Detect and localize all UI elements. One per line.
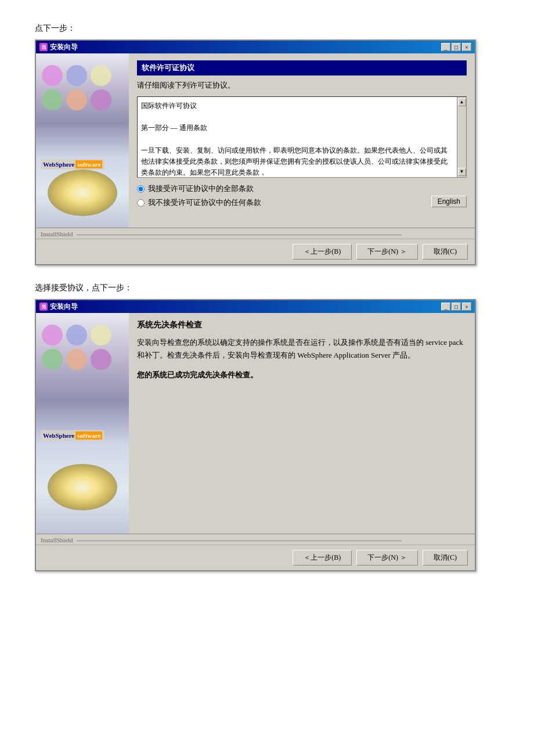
scroll-down-arrow[interactable]: ▼ bbox=[458, 168, 466, 176]
license-scroll-area[interactable]: 国际软件许可协议 第一部分 — 通用条款 一旦下载、安装、复制、访问或使用软件，… bbox=[137, 96, 467, 178]
title-bar-left-1: 当 安装向导 bbox=[39, 42, 78, 52]
instruction-text-1: 点下一步： bbox=[35, 23, 499, 34]
right-panel-1: 软件许可证协议 请仔细阅读下列许可证协议。 国际软件许可协议 第一部分 — 通用… bbox=[129, 53, 475, 228]
window-body-1: WebSphere software 软件许可证协议 请仔细阅读下列许可证协议。… bbox=[36, 53, 475, 228]
cancel-button-1[interactable]: 取消(C) bbox=[423, 244, 468, 260]
circle-blue bbox=[66, 65, 87, 86]
scrollbar-1[interactable]: ▲ ▼ bbox=[457, 97, 466, 177]
installshield-label-2: InstallShield bbox=[41, 537, 73, 543]
starburst-graphic-1 bbox=[48, 170, 117, 216]
websphere-label: WebSphere bbox=[43, 161, 74, 168]
window-title-2: 安装向导 bbox=[50, 302, 78, 312]
radio-accept-label: 我接受许可证协议中的全部条款 bbox=[148, 183, 254, 194]
instruction-text-2: 选择接受协议，点下一步： bbox=[35, 283, 499, 293]
scroll-up-arrow[interactable]: ▲ bbox=[458, 98, 466, 106]
license-window: 当 安装向导 _ □ × WebSphere software bbox=[35, 39, 476, 265]
installshield-label-1: InstallShield bbox=[41, 231, 73, 237]
websphere-badge-2: WebSphere software bbox=[41, 430, 104, 441]
websphere-label-2: WebSphere bbox=[43, 432, 74, 439]
license-heading2: 第一部分 — 通用条款 bbox=[141, 123, 452, 134]
software-label: software bbox=[75, 160, 102, 168]
radio-decline-label: 我不接受许可证协议中的任何条款 bbox=[148, 197, 261, 208]
window-title-1: 安装向导 bbox=[50, 42, 78, 52]
license-subtitle: 请仔细阅读下列许可证协议。 bbox=[137, 80, 467, 91]
minimize-button-1[interactable]: _ bbox=[441, 43, 450, 51]
circle-purple-2 bbox=[91, 349, 111, 370]
software-label-2: software bbox=[75, 431, 102, 440]
radio-accept[interactable] bbox=[137, 185, 145, 193]
circles-container-2 bbox=[42, 325, 123, 370]
title-bar-1: 当 安装向导 _ □ × bbox=[36, 41, 475, 53]
circle-yellow-2 bbox=[91, 325, 111, 345]
window-footer-1: InstallShield bbox=[36, 228, 475, 239]
english-button[interactable]: English bbox=[431, 196, 467, 207]
radio-group: 我接受许可证协议中的全部条款 我不接受许可证协议中的任何条款 English bbox=[137, 183, 467, 208]
section-title-1: 软件许可证协议 bbox=[137, 60, 467, 75]
installshield-line-1 bbox=[77, 235, 402, 235]
title-bar-2: 当 安装向导 _ □ × bbox=[36, 300, 475, 313]
license-heading1: 国际软件许可协议 bbox=[141, 100, 452, 111]
circle-green-2 bbox=[42, 349, 63, 370]
circle-pink bbox=[42, 65, 63, 86]
circle-green bbox=[42, 89, 63, 110]
circle-purple bbox=[91, 89, 111, 110]
window-icon-1: 当 bbox=[39, 43, 48, 51]
left-panel-1: WebSphere software bbox=[36, 53, 129, 228]
starburst-graphic-2 bbox=[48, 464, 117, 510]
close-button-1[interactable]: × bbox=[462, 43, 471, 51]
circle-orange bbox=[66, 89, 87, 110]
maximize-button-2[interactable]: □ bbox=[452, 303, 461, 311]
next-button-1[interactable]: 下一步(N) ＞ bbox=[356, 244, 418, 260]
circle-pink-2 bbox=[42, 325, 63, 345]
prereq-window: 当 安装向导 _ □ × WebSphere software bbox=[35, 299, 476, 571]
circle-blue-2 bbox=[66, 325, 87, 345]
window-icon-2: 当 bbox=[39, 303, 48, 311]
button-bar-2: ＜上一步(B) 下一步(N) ＞ 取消(C) bbox=[36, 545, 475, 570]
circles-container-1 bbox=[42, 65, 123, 110]
radio-decline[interactable] bbox=[137, 199, 145, 207]
circle-orange-2 bbox=[66, 349, 87, 370]
button-bar-1: ＜上一步(B) 下一步(N) ＞ 取消(C) bbox=[36, 239, 475, 264]
title-bar-buttons-2: _ □ × bbox=[441, 303, 471, 311]
window-body-2: WebSphere software 系统先决条件检查 安装向导检查您的系统以确… bbox=[36, 313, 475, 534]
license-body-text: 一旦下载、安装、复制、访问或使用软件，即表明您同意本协议的条款。如果您代表他人、… bbox=[141, 145, 452, 178]
prereq-section-title: 系统先决条件检查 bbox=[137, 320, 467, 330]
right-panel-2: 系统先决条件检查 安装向导检查您的系统以确定支持的操作系统是否在运行，以及操作系… bbox=[129, 313, 475, 534]
close-button-2[interactable]: × bbox=[462, 303, 471, 311]
next-button-2[interactable]: 下一步(N) ＞ bbox=[356, 550, 418, 566]
window-footer-2: InstallShield bbox=[36, 534, 475, 545]
back-button-2[interactable]: ＜上一步(B) bbox=[293, 550, 352, 566]
maximize-button-1[interactable]: □ bbox=[452, 43, 461, 51]
left-panel-2: WebSphere software bbox=[36, 313, 129, 534]
license-text-content: 国际软件许可协议 第一部分 — 通用条款 一旦下载、安装、复制、访问或使用软件，… bbox=[141, 100, 463, 178]
cancel-button-2[interactable]: 取消(C) bbox=[423, 550, 468, 566]
websphere-badge-1: WebSphere software bbox=[41, 159, 104, 170]
title-bar-buttons-1: _ □ × bbox=[441, 43, 471, 51]
installshield-line-2 bbox=[77, 541, 402, 541]
prereq-success: 您的系统已成功完成先决条件检查。 bbox=[137, 370, 467, 380]
circle-yellow bbox=[91, 65, 111, 86]
minimize-button-2[interactable]: _ bbox=[441, 303, 450, 311]
radio-row-1: 我接受许可证协议中的全部条款 bbox=[137, 183, 467, 194]
radio-row-2: 我不接受许可证协议中的任何条款 English bbox=[137, 197, 467, 208]
title-bar-left-2: 当 安装向导 bbox=[39, 302, 78, 312]
back-button-1[interactable]: ＜上一步(B) bbox=[293, 244, 352, 260]
prereq-content-1: 安装向导检查您的系统以确定支持的操作系统是否在运行，以及操作系统是否有适当的 s… bbox=[137, 336, 467, 362]
